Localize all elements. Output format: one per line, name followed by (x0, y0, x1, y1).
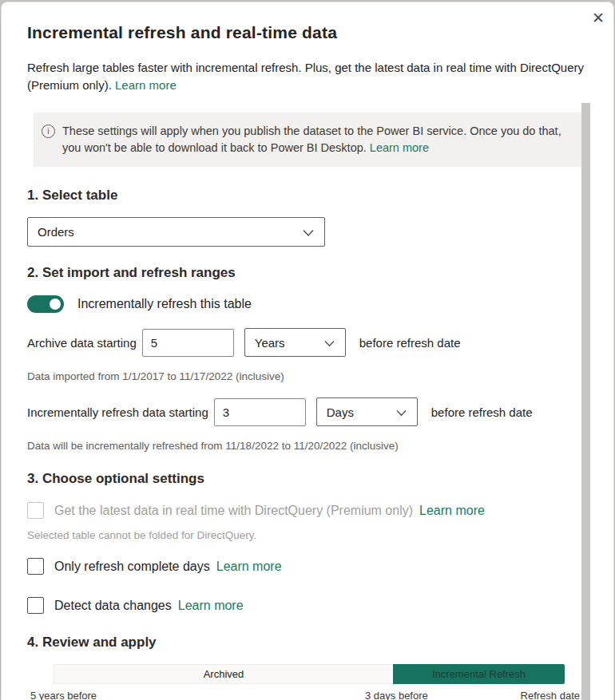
chevron-down-icon (303, 225, 314, 239)
close-icon[interactable]: ✕ (588, 7, 609, 28)
refresh-value-input[interactable] (214, 398, 306, 426)
directquery-note: Selected table cannot be folded for Dire… (27, 529, 588, 541)
publish-notice-banner: i These settings will apply when you pub… (34, 113, 582, 167)
detect-changes-label: Detect data changes (54, 599, 172, 613)
section4-heading: 4. Review and apply (27, 635, 588, 651)
chevron-down-icon (396, 405, 407, 419)
dialog-content: Incremental refresh and real-time data R… (2, 23, 613, 700)
directquery-learn-more-link[interactable]: Learn more (419, 504, 485, 518)
directquery-label: Get the latest data in real time with Di… (54, 504, 413, 518)
archive-range-prefix: Archive data starting (27, 336, 137, 350)
notice-learn-more-link[interactable]: Learn more (370, 141, 429, 154)
directquery-checkbox (27, 502, 44, 519)
incremental-refresh-segment: Incremental Refresh (393, 664, 565, 684)
detect-changes-option-row: Detect data changes Learn more (27, 597, 588, 614)
refresh-unit-value: Days (327, 405, 354, 419)
chevron-down-icon (324, 336, 335, 350)
complete-days-option-row: Only refresh complete days Learn more (27, 558, 588, 575)
archive-unit-select[interactable]: Years (244, 328, 346, 357)
refresh-unit-select[interactable]: Days (316, 397, 418, 426)
incremental-refresh-dialog: ✕ Incremental refresh and real-time data… (1, 2, 614, 700)
archive-note: Data imported from 1/1/2017 to 11/17/202… (27, 370, 588, 382)
refresh-range-row: Incrementally refresh data starting Days… (27, 397, 588, 426)
notice-text: These settings will apply when you publi… (62, 123, 569, 156)
intro-description: Refresh large tables faster with increme… (27, 61, 584, 92)
detect-changes-learn-more-link[interactable]: Learn more (178, 599, 244, 613)
intro-text: Refresh large tables faster with increme… (27, 59, 588, 94)
incremental-refresh-toggle-row: Incrementally refresh this table (27, 295, 588, 313)
refresh-range-prefix: Incrementally refresh data starting (27, 405, 208, 419)
axis-label-right: Refresh date (521, 690, 580, 700)
refresh-range-suffix: before refresh date (431, 405, 533, 419)
toggle-knob (50, 299, 61, 310)
incremental-refresh-toggle[interactable] (27, 295, 64, 313)
archive-value-input[interactable] (142, 329, 234, 357)
complete-days-learn-more-link[interactable]: Learn more (216, 560, 282, 574)
complete-days-label: Only refresh complete days (54, 560, 210, 574)
table-select[interactable]: Orders (27, 217, 325, 247)
archive-range-row: Archive data starting Years before refre… (27, 328, 588, 357)
table-select-value: Orders (38, 225, 74, 239)
archive-range-suffix: before refresh date (359, 336, 461, 350)
info-icon: i (42, 125, 55, 138)
axis-label-left: 5 years before (30, 690, 97, 700)
intro-learn-more-link[interactable]: Learn more (115, 78, 177, 92)
page-title: Incremental refresh and real-time data (27, 23, 588, 42)
refresh-policy-bar: Archived Incremental Refresh (54, 664, 565, 684)
directquery-option-row: Get the latest data in real time with Di… (27, 502, 588, 519)
scrollbar-track[interactable] (581, 2, 590, 700)
section2-heading: 2. Set import and refresh ranges (27, 265, 588, 281)
toggle-label: Incrementally refresh this table (77, 297, 252, 311)
section1-heading: 1. Select table (27, 188, 588, 204)
complete-days-checkbox[interactable] (27, 558, 44, 575)
scrollbar-thumb[interactable] (581, 103, 590, 700)
notice-description: These settings will apply when you publi… (62, 125, 561, 154)
archived-segment: Archived (54, 664, 393, 684)
archive-unit-value: Years (255, 336, 285, 350)
axis-label-middle: 3 days before (365, 690, 428, 700)
section3-heading: 3. Choose optional settings (27, 471, 588, 487)
policy-bar-axis: 5 years before 3 days before Refresh dat… (27, 690, 588, 700)
detect-changes-checkbox[interactable] (27, 597, 44, 614)
refresh-note: Data will be incrementally refreshed fro… (27, 440, 588, 452)
